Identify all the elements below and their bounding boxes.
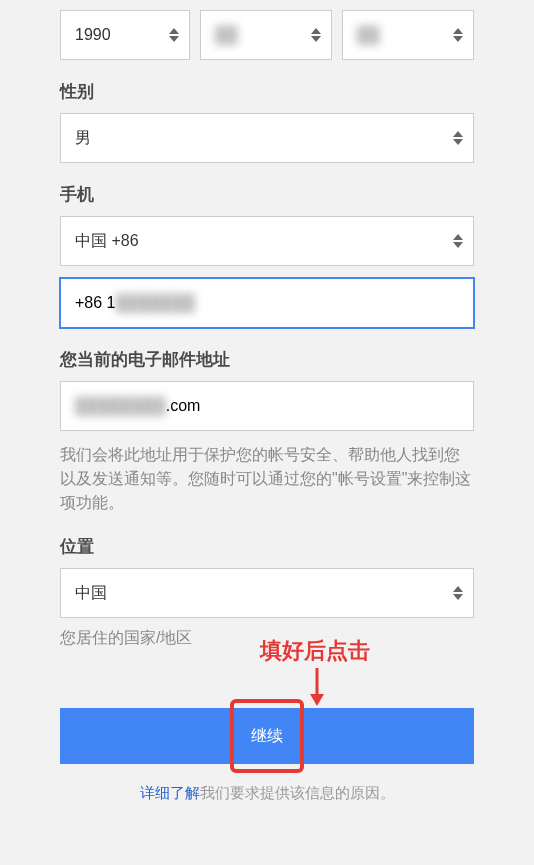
gender-label: 性别: [60, 80, 474, 103]
month-select[interactable]: ██: [200, 10, 332, 60]
chevron-updown-icon: [453, 586, 463, 600]
gender-select[interactable]: 男: [60, 113, 474, 163]
chevron-updown-icon: [453, 28, 463, 42]
day-select[interactable]: ██: [342, 10, 474, 60]
continue-button[interactable]: 继续 填好后点击: [60, 708, 474, 764]
location-label: 位置: [60, 535, 474, 558]
location-select[interactable]: 中国: [60, 568, 474, 618]
year-value: 1990: [75, 26, 111, 44]
email-label: 您当前的电子邮件地址: [60, 348, 474, 371]
location-value: 中国: [75, 583, 107, 604]
phone-input[interactable]: +86 1███████: [60, 278, 474, 328]
day-value: ██: [357, 26, 380, 44]
email-input[interactable]: ████████.com: [60, 381, 474, 431]
svg-marker-1: [310, 694, 324, 706]
email-helper: 我们会将此地址用于保护您的帐号安全、帮助他人找到您以及发送通知等。您随时可以通过…: [60, 443, 474, 515]
footer-text: 详细了解我们要求提供该信息的原因。: [60, 784, 474, 803]
phone-label: 手机: [60, 183, 474, 206]
arrow-icon: [302, 666, 332, 706]
email-value-suffix: .com: [166, 397, 201, 415]
footer-rest: 我们要求提供该信息的原因。: [200, 784, 395, 801]
phone-country-value: 中国 +86: [75, 231, 139, 252]
chevron-updown-icon: [169, 28, 179, 42]
footer-link[interactable]: 详细了解: [140, 784, 200, 801]
chevron-updown-icon: [311, 28, 321, 42]
gender-value: 男: [75, 128, 91, 149]
month-value: ██: [215, 26, 238, 44]
phone-value-blurred: ███████: [115, 294, 194, 312]
chevron-updown-icon: [453, 131, 463, 145]
email-value-blurred: ████████: [75, 397, 166, 415]
year-select[interactable]: 1990: [60, 10, 190, 60]
phone-value-prefix: +86 1: [75, 294, 115, 312]
chevron-updown-icon: [453, 234, 463, 248]
annotation-text: 填好后点击: [260, 636, 370, 666]
button-label: 继续: [251, 726, 283, 747]
phone-country-select[interactable]: 中国 +86: [60, 216, 474, 266]
